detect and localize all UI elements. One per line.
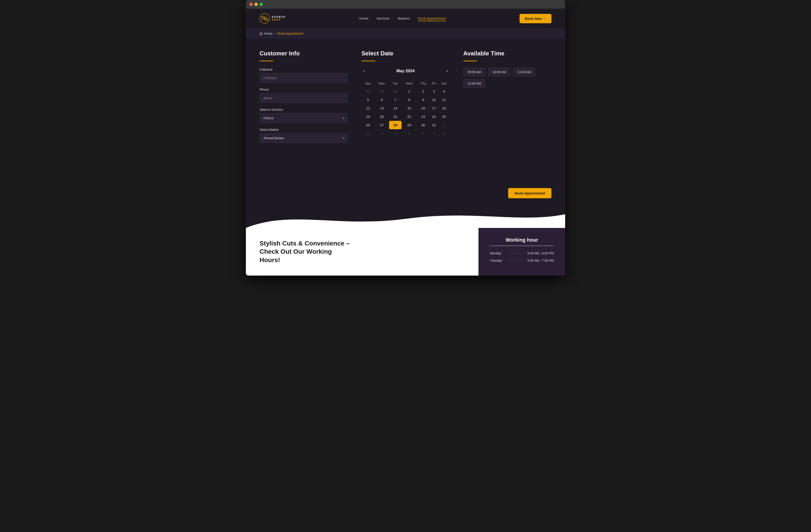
calendar-day[interactable]: 13 — [375, 104, 389, 112]
time-slot-button[interactable]: 10:00 AM — [488, 68, 510, 76]
calendar-day[interactable]: 4 — [438, 87, 449, 95]
calendar-day[interactable]: 27 — [375, 121, 389, 129]
cal-header-thu: Thu — [417, 80, 429, 87]
customer-info-underline — [260, 61, 273, 61]
svg-point-4 — [266, 19, 269, 21]
phone-input[interactable] — [260, 93, 348, 103]
main-content: Customer Info Fullname Phone Select A Se… — [246, 38, 565, 210]
calendar-day[interactable]: 1 — [402, 87, 417, 95]
next-month-button[interactable]: › — [444, 68, 449, 74]
cal-header-mon: Mon — [375, 80, 389, 87]
calendar-day[interactable]: 9 — [417, 95, 429, 104]
calendar-day[interactable]: 6 — [375, 95, 389, 104]
logo-text-shop: SHOP — [272, 18, 286, 21]
fullname-label: Fullname — [260, 68, 348, 71]
service-select-wrapper: Haircut Beard Trim Shave Hair Wash ▾ — [260, 113, 348, 123]
calendar-week-row: 2627282930311 — [362, 121, 450, 129]
time-slots-container: 09:00 AM10:00 AM11:00 AM12:00 AM — [463, 68, 551, 88]
barber-select[interactable]: Ahmed Barber John Barber Mike Barber — [260, 134, 348, 143]
calendar-day[interactable]: 5 — [362, 95, 375, 104]
calendar-day[interactable]: 30 — [389, 87, 402, 95]
calendar-grid: Sun Mon Tue Wed Thu Fri Sat 282930123456… — [362, 80, 450, 138]
working-hours-rows: Monday 9:00 AM - 6:00 PM Tuesday 9:30 AM… — [490, 251, 554, 262]
calendar-day[interactable]: 1 — [438, 121, 449, 129]
hours-time: 9:30 AM - 7:00 PM — [527, 259, 554, 262]
calendar-day[interactable]: 7 — [430, 129, 439, 138]
available-time-section: Available Time 09:00 AM10:00 AM11:00 AM1… — [463, 50, 551, 198]
calendar-header-row: Sun Mon Tue Wed Thu Fri Sat — [362, 80, 450, 87]
calendar-week-row: 12131415161718 — [362, 104, 450, 112]
calendar-day[interactable]: 23 — [417, 112, 429, 121]
calendar-day[interactable]: 25 — [438, 112, 449, 121]
svg-point-3 — [261, 16, 263, 18]
calendar-day[interactable]: 11 — [438, 95, 449, 104]
calendar-day[interactable]: 21 — [389, 112, 402, 121]
calendar-day[interactable]: 8 — [402, 95, 417, 104]
hours-day: Tuesday — [490, 259, 506, 262]
calendar-month-year: May 2024 — [396, 68, 415, 73]
nav-links: Home Services Barbers Book Appointment — [359, 16, 446, 20]
calendar-day[interactable]: 26 — [362, 121, 375, 129]
maximize-button[interactable] — [260, 3, 263, 6]
calendar-day[interactable]: 6 — [417, 129, 429, 138]
cal-header-fri: Fri — [430, 80, 439, 87]
footer-content: Stylish Cuts & Convenience – Check Out O… — [246, 228, 565, 276]
wave-container — [246, 210, 565, 228]
service-select[interactable]: Haircut Beard Trim Shave Hair Wash — [260, 113, 348, 123]
calendar-day[interactable]: 2 — [417, 87, 429, 95]
calendar-day[interactable]: 16 — [417, 104, 429, 112]
wave-svg — [246, 210, 565, 228]
calendar-day[interactable]: 19 — [362, 112, 375, 121]
barber-label: Select Barber — [260, 128, 348, 131]
nav-services[interactable]: Services — [377, 16, 390, 20]
time-slot-button[interactable]: 11:00 AM — [513, 68, 535, 76]
calendar-day[interactable]: 12 — [362, 104, 375, 112]
hours-day: Monday — [490, 251, 506, 255]
calendar-day[interactable]: 24 — [430, 112, 439, 121]
fullname-input[interactable] — [260, 73, 348, 83]
calendar-day[interactable]: 7 — [389, 95, 402, 104]
breadcrumb-current: Book Appointment — [277, 32, 303, 35]
nav-book-appointment[interactable]: Book Appointment — [418, 16, 446, 21]
calendar-week-row: 567891011 — [362, 95, 450, 104]
available-time-underline — [463, 61, 477, 61]
calendar-day[interactable]: 20 — [375, 112, 389, 121]
calendar-day[interactable]: 3 — [430, 87, 439, 95]
close-button[interactable] — [249, 3, 253, 6]
calendar-day[interactable]: 4 — [389, 129, 402, 138]
prev-month-button[interactable]: ‹ — [362, 68, 367, 74]
calendar-day[interactable]: 3 — [375, 129, 389, 138]
book-appointment-button[interactable]: Book Appointment — [508, 188, 551, 198]
calendar-day[interactable]: 28 — [362, 87, 375, 95]
calendar-week-row: 19202122232425 — [362, 112, 450, 121]
calendar-day[interactable]: 18 — [438, 104, 449, 112]
calendar-day[interactable]: 22 — [402, 112, 417, 121]
calendar-day[interactable]: 2 — [362, 129, 375, 138]
breadcrumb-home[interactable]: Home — [260, 32, 273, 35]
calendar-day[interactable]: 14 — [389, 104, 402, 112]
calendar-day[interactable]: 30 — [417, 121, 429, 129]
cal-header-wed: Wed — [402, 80, 417, 87]
logo-icon — [260, 13, 270, 24]
nav-barbers[interactable]: Barbers — [398, 16, 410, 20]
calendar-week-row: 2345678 — [362, 129, 450, 138]
calendar-day[interactable]: 29 — [402, 121, 417, 129]
nav-home[interactable]: Home — [359, 16, 368, 20]
calendar-day[interactable]: 15 — [402, 104, 417, 112]
time-slot-button[interactable]: 09:00 AM — [463, 68, 485, 76]
cal-header-sat: Sat — [438, 80, 449, 87]
calendar-day[interactable]: 8 — [438, 129, 449, 138]
calendar-day[interactable]: 17 — [430, 104, 439, 112]
time-slot-button[interactable]: 12:00 AM — [463, 79, 485, 88]
footer-tagline: Stylish Cuts & Convenience – Check Out O… — [260, 239, 351, 264]
calendar-day[interactable]: 10 — [430, 95, 439, 104]
minimize-button[interactable] — [255, 3, 258, 6]
calendar-day[interactable]: 31 — [430, 121, 439, 129]
calendar-day[interactable]: 5 — [402, 129, 417, 138]
book-now-button[interactable]: Book Now → — [520, 14, 552, 23]
customer-info-title: Customer Info — [260, 50, 348, 57]
calendar-day[interactable]: 28 — [389, 121, 402, 129]
calendar-day[interactable]: 29 — [375, 87, 389, 95]
calendar-nav: ‹ May 2024 › — [362, 68, 450, 74]
working-hours-row: Tuesday 9:30 AM - 7:00 PM — [490, 259, 554, 262]
